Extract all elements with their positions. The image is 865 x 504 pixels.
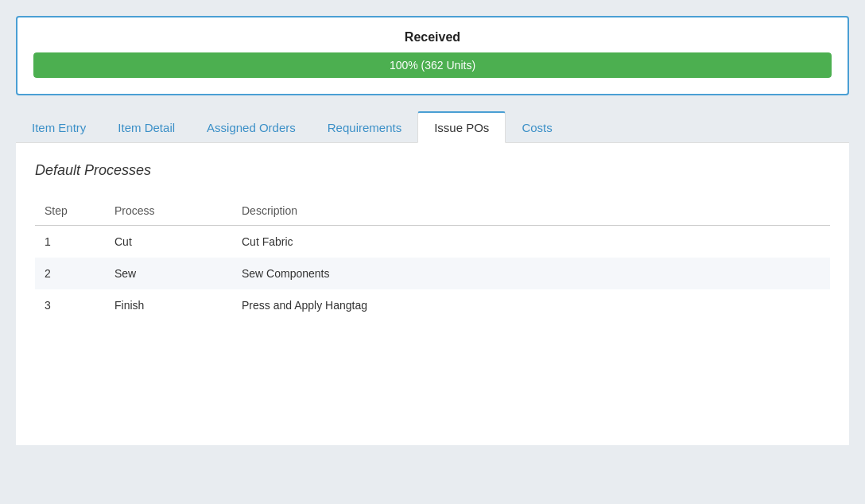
progress-bar: 100% (362 Units) [33, 52, 832, 78]
tab-requirements[interactable]: Requirements [312, 113, 417, 142]
page-container: Received 100% (362 Units) Item Entry Ite… [0, 0, 865, 504]
table-header-row: Step Process Description [35, 198, 830, 226]
cell-description: Press and Apply Hangtag [242, 289, 830, 321]
tab-item-entry[interactable]: Item Entry [16, 113, 102, 142]
progress-bar-container: 100% (362 Units) [33, 52, 832, 78]
cell-step: 1 [35, 226, 114, 258]
table-row: 3FinishPress and Apply Hangtag [35, 289, 830, 321]
col-header-description: Description [242, 198, 830, 226]
cell-process: Finish [114, 289, 242, 321]
received-title: Received [33, 30, 832, 45]
table-row: 2SewSew Components [35, 258, 830, 289]
col-header-process: Process [114, 198, 242, 226]
cell-description: Sew Components [242, 258, 830, 289]
cell-description: Cut Fabric [242, 226, 830, 258]
col-header-step: Step [35, 198, 114, 226]
cell-step: 3 [35, 289, 114, 321]
tab-content: Default Processes Step Process Descripti… [16, 143, 849, 445]
tab-assigned-orders[interactable]: Assigned Orders [191, 113, 312, 142]
section-title: Default Processes [35, 162, 830, 179]
tab-item-detail[interactable]: Item Detail [102, 113, 191, 142]
table-row: 1CutCut Fabric [35, 226, 830, 258]
tab-issue-pos[interactable]: Issue POs [417, 111, 506, 143]
cell-process: Cut [114, 226, 242, 258]
received-card: Received 100% (362 Units) [16, 16, 849, 95]
cell-step: 2 [35, 258, 114, 289]
tabs-container: Item Entry Item Detail Assigned Orders R… [16, 111, 849, 143]
processes-table: Step Process Description 1CutCut Fabric2… [35, 198, 830, 321]
tab-costs[interactable]: Costs [506, 113, 568, 142]
cell-process: Sew [114, 258, 242, 289]
